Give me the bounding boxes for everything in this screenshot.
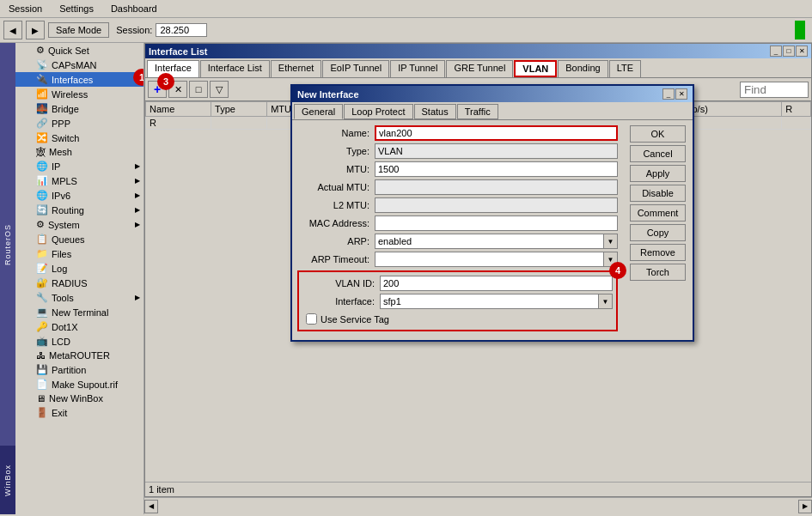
dialog-minimize-button[interactable]: _	[662, 88, 675, 100]
sidebar-item-label: CAPsMAN	[52, 60, 97, 70]
sidebar-item-routing[interactable]: 🔄 Routing	[15, 203, 143, 217]
sidebar-item-ip[interactable]: 🌐 IP	[15, 159, 143, 173]
arp-timeout-select[interactable]	[375, 252, 604, 267]
forward-button[interactable]: ▶	[26, 21, 45, 39]
sidebar-item-wireless[interactable]: 📶 Wireless	[15, 87, 143, 101]
tab-lte[interactable]: LTE	[609, 60, 641, 77]
window-title-text: Interface List	[149, 46, 207, 57]
vlan-id-input[interactable]	[380, 276, 613, 291]
name-input[interactable]	[375, 125, 618, 141]
sidebar-item-label: Interfaces	[52, 75, 93, 85]
sidebar-item-lcd[interactable]: 📺 LCD	[15, 334, 143, 349]
sidebar-item-log[interactable]: 📝 Log	[15, 261, 143, 276]
filter-icon-button[interactable]: ▽	[210, 81, 229, 98]
sidebar-item-label: Quick Set	[48, 46, 89, 56]
tab-ethernet[interactable]: Ethernet	[271, 60, 322, 77]
sidebar-item-ppp[interactable]: 🔗 PPP	[15, 116, 143, 131]
sidebar-item-metarouter[interactable]: 🖧 MetaROUTER	[15, 349, 143, 362]
scroll-left-button[interactable]: ◀	[144, 500, 158, 513]
dialog-tab-status[interactable]: Status	[414, 104, 456, 119]
vlan-id-label: VLAN ID:	[302, 278, 380, 288]
torch-button[interactable]: Torch	[630, 264, 686, 281]
find-input[interactable]	[740, 82, 809, 98]
dialog-close-button[interactable]: ✕	[675, 88, 687, 100]
files-icon: 📁	[36, 248, 48, 259]
sidebar-item-new-winbox[interactable]: 🖥 New WinBox	[15, 392, 143, 405]
session-input[interactable]	[156, 23, 207, 37]
scroll-right-button[interactable]: ▶	[798, 500, 812, 513]
sidebar-item-dot1x[interactable]: 🔑 Dot1X	[15, 319, 143, 334]
tab-vlan[interactable]: VLAN	[514, 60, 557, 77]
comment-button[interactable]: Comment	[630, 204, 686, 222]
tab-gre-tunnel[interactable]: GRE Tunnel	[446, 60, 513, 77]
dialog-tab-general[interactable]: General	[294, 104, 343, 119]
minimize-button[interactable]: _	[770, 46, 782, 57]
interface-dropdown-arrow[interactable]: ▼	[599, 294, 613, 309]
back-button[interactable]: ◀	[3, 21, 22, 39]
arp-select[interactable]: enabled	[375, 234, 604, 249]
add-button[interactable]: + 3	[148, 81, 167, 98]
dialog-tab-loop-protect[interactable]: Loop Protect	[344, 104, 412, 119]
dialog-title-bar[interactable]: New Interface _ ✕	[292, 86, 693, 102]
sidebar-item-switch[interactable]: 🔀 Switch	[15, 131, 143, 145]
mtu-input[interactable]	[375, 161, 618, 177]
arp-dropdown-arrow[interactable]: ▼	[604, 234, 618, 249]
vlan-id-row: VLAN ID:	[302, 276, 613, 291]
sidebar-item-ipv6[interactable]: 🌐 IPv6	[15, 188, 143, 203]
sidebar-item-system[interactable]: ⚙ System	[15, 217, 143, 232]
scroll-track[interactable]	[158, 501, 798, 512]
tab-bonding[interactable]: Bonding	[558, 60, 607, 77]
sidebar-item-queues[interactable]: 📋 Queues	[15, 232, 143, 246]
tab-interface-list[interactable]: Interface List	[200, 60, 270, 77]
bridge-icon: 🌉	[36, 103, 48, 114]
sidebar-item-exit[interactable]: 🚪 Exit	[15, 405, 143, 420]
type-label: Type:	[297, 146, 375, 156]
sidebar-item-quickset[interactable]: ⚙ Quick Set	[15, 43, 143, 58]
dialog-tab-traffic[interactable]: Traffic	[457, 104, 498, 119]
toolbar: ◀ ▶ Safe Mode Session:	[0, 18, 812, 43]
exit-icon: 🚪	[36, 407, 48, 418]
use-service-tag-checkbox[interactable]	[306, 313, 317, 325]
disable-button[interactable]: Disable	[630, 185, 686, 202]
sidebar-item-partition[interactable]: 💾 Partition	[15, 362, 143, 377]
window-title-bar[interactable]: Interface List _ □ ✕	[145, 44, 811, 58]
sidebar-item-tools[interactable]: 🔧 Tools	[15, 290, 143, 305]
ok-button[interactable]: OK	[630, 125, 686, 143]
sidebar-item-make-supout[interactable]: 📄 Make Supout.rif	[15, 377, 143, 392]
apply-button[interactable]: Apply	[630, 165, 686, 182]
copy-button[interactable]: Copy	[630, 224, 686, 241]
sidebar-item-mpls[interactable]: 📊 MPLS	[15, 173, 143, 188]
sidebar-item-bridge[interactable]: 🌉 Bridge	[15, 101, 143, 116]
interface-label: Interface:	[302, 296, 380, 307]
dialog-content: Name: Type: MTU: Actual MT	[292, 120, 693, 340]
quickset-icon: ⚙	[36, 45, 45, 56]
sidebar-item-capsman[interactable]: 📡 CAPsMAN	[15, 58, 143, 72]
sidebar-item-mesh[interactable]: 🕸 Mesh	[15, 145, 143, 159]
restore-button[interactable]: □	[783, 46, 795, 57]
remove-button[interactable]: Remove	[630, 244, 686, 261]
sidebar: ⚙ Quick Set 📡 CAPsMAN 🔌 Interfaces 1 📶 W…	[15, 43, 144, 514]
type-row: Type:	[297, 143, 618, 159]
close-button[interactable]: ✕	[796, 46, 808, 57]
dialog-title-text: New Interface	[297, 89, 359, 100]
sidebar-item-new-terminal[interactable]: 💻 New Terminal	[15, 305, 143, 319]
menu-session[interactable]: Session	[3, 2, 47, 15]
name-row: Name:	[297, 125, 618, 141]
arp-select-container: enabled ▼	[375, 234, 618, 249]
sidebar-item-files[interactable]: 📁 Files	[15, 246, 143, 261]
cancel-button[interactable]: Cancel	[630, 145, 686, 162]
sidebar-item-radius[interactable]: 🔐 RADIUS	[15, 276, 143, 290]
interface-select[interactable]: sfp1	[380, 294, 599, 309]
mac-input[interactable]	[375, 216, 618, 231]
safe-mode-button[interactable]: Safe Mode	[48, 22, 109, 38]
menu-dashboard[interactable]: Dashboard	[106, 2, 162, 15]
sidebar-item-label: PPP	[52, 118, 70, 129]
menu-settings[interactable]: Settings	[54, 2, 99, 15]
sidebar-item-interfaces[interactable]: 🔌 Interfaces 1	[15, 72, 143, 87]
tab-eoip-tunnel[interactable]: EoIP Tunnel	[322, 60, 389, 77]
bottom-scrollbar[interactable]: ◀ ▶	[144, 497, 812, 514]
connection-indicator	[795, 21, 805, 39]
tab-interface[interactable]: Interface	[147, 60, 199, 77]
edit-icon-button[interactable]: □	[189, 81, 208, 98]
tab-ip-tunnel[interactable]: IP Tunnel	[390, 60, 445, 77]
